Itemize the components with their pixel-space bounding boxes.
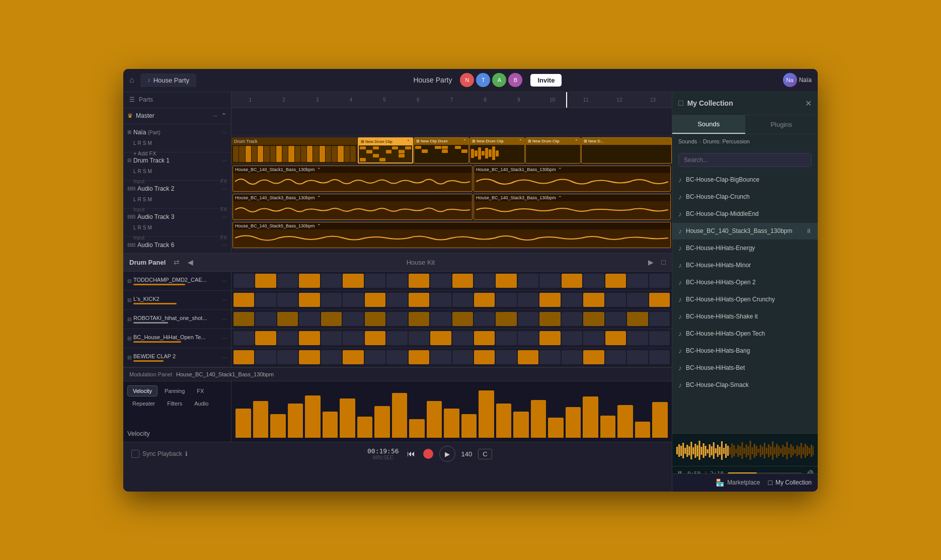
sound-item-11[interactable]: ♪ BC-House-HiHats-Bang	[672, 343, 818, 360]
mod-tab-velocity[interactable]: Velocity	[127, 385, 158, 396]
pause-button[interactable]: ⏸	[676, 469, 683, 473]
sound-pause-icon[interactable]: ⏸	[806, 227, 812, 234]
mod-tab-filters[interactable]: Filters	[162, 398, 187, 409]
mod-bar-6[interactable]	[323, 412, 338, 438]
home-icon[interactable]: ⌂	[129, 75, 134, 85]
playback-progress[interactable]	[728, 472, 802, 473]
drum-prev-icon[interactable]: ◀	[188, 258, 193, 266]
mod-bar-9[interactable]	[374, 406, 390, 437]
mod-tab-repeater[interactable]: Repeater	[127, 398, 160, 409]
naia-track-row[interactable]	[231, 108, 672, 136]
breadcrumb-sounds[interactable]: Sounds	[678, 138, 697, 144]
drum-track-row[interactable]: Drum Track	[231, 136, 672, 165]
my-collection-button[interactable]: □ My Collection	[768, 478, 812, 487]
mod-bar-20[interactable]	[566, 407, 581, 437]
skip-back-button[interactable]: ⏮	[405, 447, 417, 460]
tab-plugins[interactable]: Plugins	[745, 115, 818, 134]
invite-button[interactable]: Invite	[530, 74, 562, 87]
mod-bar-15[interactable]	[479, 390, 494, 438]
svg-rect-35	[746, 444, 747, 457]
drum-track-more[interactable]: ···	[222, 157, 227, 164]
drum-s[interactable]: S	[143, 169, 146, 174]
hamburger-icon[interactable]: ☰	[129, 96, 135, 103]
mod-bar-21[interactable]	[583, 396, 598, 437]
sound-item-8[interactable]: ♪ BC-House-HiHats-Open Crunchy	[672, 291, 818, 308]
mod-bar-23[interactable]	[617, 405, 633, 437]
drum-shuffle-icon[interactable]: ⇄	[174, 258, 180, 266]
sound-item-1[interactable]: ♪ BC-House-Clap-BigBounce	[672, 172, 818, 189]
drum-inst-more-4[interactable]: ···	[222, 335, 227, 342]
mod-bar-10[interactable]	[392, 393, 408, 437]
master-more[interactable]: ···	[213, 112, 218, 119]
audio6-more[interactable]: ···	[222, 242, 227, 249]
drum-inst-more-3[interactable]: ···	[222, 315, 227, 323]
sound-item-3[interactable]: ♪ BC-House-Clap-MiddleEnd	[672, 206, 818, 223]
svg-rect-59	[795, 449, 796, 453]
naia-controls: L R S M	[133, 140, 152, 146]
mod-bar-18[interactable]	[531, 400, 546, 438]
mod-tab-panning[interactable]: Panning	[160, 385, 190, 396]
mod-bar-17[interactable]	[513, 412, 529, 438]
mod-bar-13[interactable]	[444, 409, 459, 437]
sound-icon-11: ♪	[678, 347, 682, 355]
naia-more[interactable]: ···	[222, 129, 227, 136]
sound-icon-5: ♪	[678, 244, 682, 252]
sound-item-7[interactable]: ♪ BC-House-HiHats-Open 2	[672, 274, 818, 291]
sync-info-icon[interactable]: ℹ	[185, 450, 188, 457]
mod-bar-2[interactable]	[253, 401, 269, 438]
mod-bar-5[interactable]	[305, 395, 321, 437]
drum-next-icon[interactable]: ▶	[648, 258, 654, 266]
sound-item-2[interactable]: ♪ BC-House-Clap-Crunch	[672, 189, 818, 206]
close-button[interactable]: ✕	[805, 99, 812, 108]
drum-r[interactable]: R	[138, 169, 141, 174]
sound-item-4[interactable]: ♪ House_BC_140_Stack3_Bass_130bpm ⏸	[672, 223, 818, 240]
mod-bar-8[interactable]	[357, 417, 373, 438]
drum-inst-more-5[interactable]: ···	[222, 354, 227, 361]
master-label: Master	[136, 112, 154, 119]
sound-item-9[interactable]: ♪ BC-House-HiHats-Shake it	[672, 308, 818, 326]
tab-sounds[interactable]: Sounds	[672, 115, 745, 134]
mod-bar-7[interactable]	[340, 398, 355, 438]
drum-m[interactable]: M	[147, 169, 151, 174]
tab-name: House Party	[153, 76, 190, 84]
mod-bar-1[interactable]	[236, 409, 251, 437]
add-fx-button[interactable]: + Add FX	[133, 150, 156, 156]
tab-item[interactable]: ♪ House Party	[140, 73, 197, 87]
mod-bar-4[interactable]	[288, 404, 303, 438]
audio2-track-row[interactable]: House_BC_140_Stack1_Bass_130bpm ⌃ // Gen…	[231, 165, 672, 193]
mod-bar-25[interactable]	[652, 402, 668, 438]
mod-bar-22[interactable]	[600, 416, 616, 438]
drum-inst-more-2[interactable]: ···	[222, 296, 227, 303]
volume-icon[interactable]: 🔊	[806, 470, 814, 473]
mod-bar-12[interactable]	[427, 401, 442, 438]
mod-bar-16[interactable]	[496, 404, 512, 438]
sound-item-5[interactable]: ♪ BC-House-HiHats-Energy	[672, 240, 818, 257]
sound-name-9: BC-House-HiHats-Shake it	[686, 313, 812, 320]
sound-item-12[interactable]: ♪ BC-House-HiHats-Bet	[672, 360, 818, 377]
drum-save-icon[interactable]: □	[662, 258, 666, 266]
marketplace-button[interactable]: 🏪 Marketplace	[716, 478, 760, 487]
mod-tab-audio[interactable]: Audio	[189, 398, 213, 409]
sync-checkbox[interactable]	[131, 450, 139, 458]
sound-item-10[interactable]: ♪ BC-House-HiHats-Open Tech	[672, 326, 818, 343]
audio3-more[interactable]: ···	[222, 213, 227, 220]
sound-item-6[interactable]: ♪ BC-House-HiHats-Minor	[672, 257, 818, 274]
mod-tab-fx[interactable]: FX	[192, 385, 209, 396]
mod-bar-11[interactable]	[409, 419, 425, 437]
sound-item-13[interactable]: ♪ BC-House-Clap-Smack	[672, 377, 818, 394]
tracks-container: Drum Track	[231, 108, 672, 253]
audio3-track-row[interactable]: House_BC_140_Stack3_Bass_130bpm⌃	[231, 193, 672, 221]
audio2-more[interactable]: ···	[222, 185, 227, 192]
drum-l[interactable]: L	[133, 169, 136, 174]
mod-bar-3[interactable]	[270, 414, 286, 438]
record-button[interactable]	[423, 449, 433, 459]
mod-bar-24[interactable]	[635, 422, 651, 437]
mod-bar-19[interactable]	[548, 418, 564, 438]
master-expand[interactable]: ⌃	[221, 112, 227, 120]
svg-rect-51	[778, 446, 779, 456]
search-input[interactable]	[678, 153, 812, 167]
drum-inst-more-1[interactable]: ···	[222, 277, 227, 284]
play-button[interactable]: ▶	[439, 446, 455, 462]
mod-bar-14[interactable]	[461, 414, 477, 438]
audio6-track-row[interactable]: House_BC_140_Stack5_Bass_130bpm⌃	[231, 221, 672, 249]
